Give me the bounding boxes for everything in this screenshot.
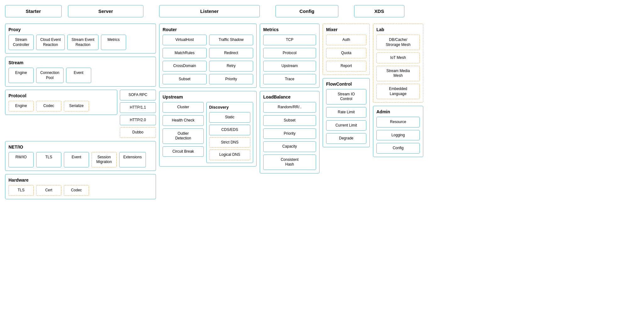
server-sofa-rpc: SOFA RPC: [120, 90, 156, 100]
header-config: Config: [275, 5, 338, 17]
metrics-section: Metrics TCP Protocol Upstream Trace: [260, 24, 319, 88]
hardware-codec: Codec: [64, 185, 89, 196]
admin-resource: Resource: [376, 117, 420, 127]
mixer-section: Mixer Auth Quota Report: [323, 24, 370, 75]
left-column: Proxy StreamController Cloud EventReacti…: [5, 24, 156, 199]
router-priority: Priority: [209, 74, 253, 85]
loadbalance-title: LoadBalance: [263, 94, 316, 99]
server-http20: HTTP/2.0: [120, 115, 156, 126]
upstream-inner: Cluster Health Check OutlierDetection Ci…: [163, 102, 253, 163]
hardware-items: TLS Cert Codec: [8, 185, 153, 196]
flowcontrol-section: FlowControl Stream IOControl Rate Limit …: [323, 78, 370, 147]
fc-current-limit: Current Limit: [326, 120, 366, 131]
admin-title: Admin: [376, 109, 420, 114]
lab-items: DB/Cache/Strorage Mesh IoT Mesh Stream M…: [376, 35, 420, 99]
lb-subset: Subset: [263, 115, 316, 126]
hardware-title: Hardware: [8, 178, 153, 183]
lab-db-cache: DB/Cache/Strorage Mesh: [376, 35, 420, 50]
upstream-outlier-detection: OutlierDetection: [163, 128, 204, 144]
lb-capacity: Capacity: [263, 141, 316, 152]
router-subset: Subset: [163, 74, 207, 85]
stream-event: Event: [66, 68, 91, 83]
config-column: Metrics TCP Protocol Upstream Trace Load…: [260, 24, 319, 173]
lab-title: Lab: [376, 27, 420, 32]
admin-items: Resource Logging Config: [376, 117, 420, 154]
server-dubbo: Dubbo: [120, 127, 156, 138]
server-stack: SOFA RPC HTTP/1.1 HTTP/2.0 Dubbo: [120, 90, 156, 138]
metrics-tcp: TCP: [263, 35, 316, 45]
stream-items: Engine ConnectionPool Event: [8, 68, 153, 83]
metrics-upstream: Upstream: [263, 61, 316, 71]
flowcontrol-title: FlowControl: [326, 82, 366, 87]
netio-event: Event: [64, 152, 89, 167]
netio-tls: TLS: [36, 152, 61, 167]
protocol-engine: Engine: [8, 101, 34, 111]
mixer-quota: Quota: [326, 48, 366, 59]
lb-consistent-hash: ConsistentHash: [263, 155, 316, 170]
lab-embedded-lang: EmbeddedLanguage: [376, 84, 420, 99]
router-retry: Retry: [209, 61, 253, 71]
stream-section: Stream Engine ConnectionPool Event: [5, 57, 156, 87]
protocol-section: Protocol Engine Codec Serialize: [5, 90, 117, 115]
metrics-trace: Trace: [263, 74, 316, 85]
netio-title: NET/IO: [8, 144, 153, 150]
header-server: Server: [68, 5, 143, 17]
router-title: Router: [163, 27, 253, 32]
protocol-title: Protocol: [8, 93, 114, 98]
main-content: Proxy StreamController Cloud EventReacti…: [5, 24, 639, 199]
metrics-items: TCP Protocol Upstream Trace: [263, 35, 316, 84]
netio-session-migration: SessionMigration: [92, 152, 117, 167]
header-xds: XDS: [354, 5, 404, 17]
discovery-static: Static: [209, 112, 250, 123]
hardware-section: Hardware TLS Cert Codec: [5, 174, 156, 199]
discovery-items: Static CDS/EDS Strict DNS Logical DNS: [209, 112, 250, 160]
proxy-section: Proxy StreamController Cloud EventReacti…: [5, 24, 156, 54]
router-left-col: VirtualHost MatchRules CrossDomain Subse…: [163, 35, 207, 84]
metrics-protocol: Protocol: [263, 48, 316, 59]
upstream-cluster: Cluster: [163, 102, 204, 113]
mixer-title: Mixer: [326, 27, 366, 32]
server-http11: HTTP/1.1: [120, 102, 156, 113]
router-matchrules: MatchRules: [163, 48, 207, 59]
admin-logging: Logging: [376, 130, 420, 141]
hardware-cert: Cert: [36, 185, 61, 196]
middle-column: Router VirtualHost MatchRules CrossDomai…: [159, 24, 257, 167]
upstream-health-check: Health Check: [163, 115, 204, 126]
mixer-column: Mixer Auth Quota Report FlowControl Stre…: [323, 24, 370, 147]
upstream-title: Upstream: [163, 94, 253, 99]
fc-rate-limit: Rate Limit: [326, 107, 366, 118]
netio-rwio: RW/IO: [8, 152, 34, 167]
netio-items: RW/IO TLS Event SessionMigration Extensi…: [8, 152, 153, 167]
lab-stream-media: Stream MediaMesh: [376, 66, 420, 81]
discovery-title: Discovery: [209, 105, 250, 110]
proxy-stream-event: Stream EventReaction: [67, 35, 98, 50]
discovery-logical-dns: Logical DNS: [209, 150, 250, 160]
loadbalance-items: Random/RR/.. Subset Priority Capacity Co…: [263, 102, 316, 170]
netio-extensions: Extensions: [119, 152, 146, 167]
admin-config: Config: [376, 143, 420, 154]
mixer-report: Report: [326, 61, 366, 71]
lab-section: Lab DB/Cache/Strorage Mesh IoT Mesh Stre…: [373, 24, 423, 103]
flowcontrol-items: Stream IOControl Rate Limit Current Limi…: [326, 89, 366, 144]
hardware-tls: TLS: [8, 185, 34, 196]
lab-iot-mesh: IoT Mesh: [376, 53, 420, 63]
header-listener: Listener: [159, 5, 260, 17]
lb-priority: Priority: [263, 128, 316, 139]
upstream-left: Cluster Health Check OutlierDetection Ci…: [163, 102, 204, 163]
proxy-stream-controller: StreamController: [8, 35, 34, 50]
proxy-metrics: Metrics: [101, 35, 126, 50]
fc-degrade: Degrade: [326, 133, 366, 144]
netio-section: NET/IO RW/IO TLS Event SessionMigration …: [5, 141, 156, 171]
upstream-circuit-break: Circuit Break: [163, 146, 204, 157]
router-virtualhost: VirtualHost: [163, 35, 207, 45]
upstream-section: Upstream Cluster Health Check OutlierDet…: [159, 91, 257, 166]
mixer-auth: Auth: [326, 35, 366, 45]
fc-stream-io: Stream IOControl: [326, 89, 366, 105]
proxy-cloud-event: Cloud EventReaction: [36, 35, 65, 50]
discovery-section: Discovery Static CDS/EDS Strict DNS Logi…: [206, 102, 253, 163]
protocol-serialize: Serialize: [64, 101, 89, 111]
protocol-items: Engine Codec Serialize: [8, 101, 114, 111]
top-header: Starter Server Listener Config XDS: [5, 5, 639, 17]
discovery-cds-eds: CDS/EDS: [209, 125, 250, 135]
router-inner: VirtualHost MatchRules CrossDomain Subse…: [163, 35, 253, 84]
